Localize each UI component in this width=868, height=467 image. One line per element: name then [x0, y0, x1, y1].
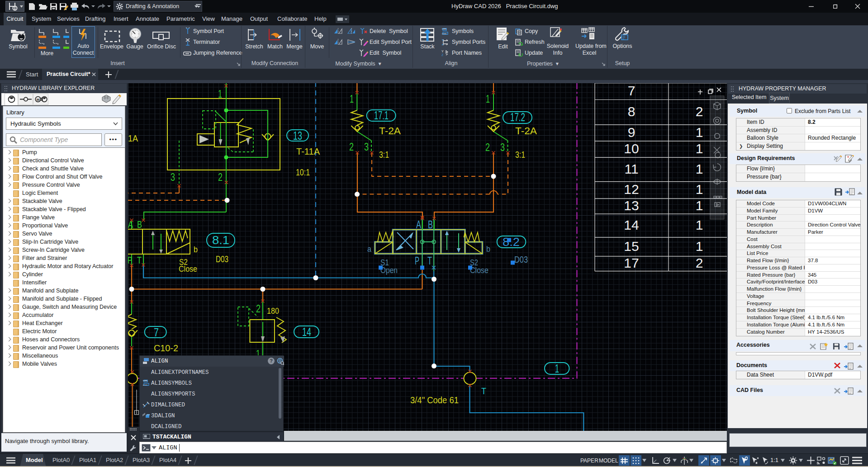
svg-text:3:1: 3:1 — [379, 149, 389, 160]
svg-text:A: A — [416, 218, 421, 231]
svg-text:Open: Open — [380, 266, 398, 275]
svg-text:2: 2 — [485, 142, 490, 153]
svg-text:D03: D03 — [514, 255, 528, 264]
svg-text:3: 3 — [500, 142, 505, 153]
svg-text:9: 9 — [628, 125, 636, 140]
svg-text:3:1: 3:1 — [515, 149, 525, 160]
svg-text:10: 10 — [624, 141, 639, 156]
svg-text:B: B — [137, 219, 142, 230]
svg-text:1: 1 — [218, 88, 222, 100]
svg-text:17: 17 — [624, 255, 639, 270]
svg-text:Close: Close — [179, 264, 197, 274]
svg-text:8.1: 8.1 — [212, 234, 229, 246]
svg-text:B: B — [428, 218, 433, 231]
svg-text:8: 8 — [628, 104, 636, 119]
svg-text:T: T — [481, 386, 486, 396]
svg-text:b: b — [194, 245, 198, 254]
svg-text:T-11A: T-11A — [296, 146, 320, 156]
svg-text:Y: Y — [441, 50, 444, 53]
svg-text:2: 2 — [218, 171, 223, 183]
svg-text:1: 1 — [696, 217, 703, 232]
svg-text:1: 1 — [696, 161, 703, 176]
svg-text:3: 3 — [364, 141, 369, 153]
svg-text:1: 1 — [696, 182, 703, 197]
svg-text:1: 1 — [350, 93, 354, 105]
svg-text:1A: 1A — [128, 133, 138, 143]
svg-text:14: 14 — [302, 325, 311, 338]
svg-text:7: 7 — [628, 83, 636, 98]
svg-text:1: 1 — [696, 198, 703, 213]
svg-text:Close: Close — [470, 266, 489, 275]
svg-text:12: 12 — [624, 182, 639, 197]
svg-text:2: 2 — [696, 255, 703, 270]
svg-text:M: M — [37, 98, 40, 102]
svg-text:Z: Z — [441, 53, 444, 57]
svg-text:T-2A: T-2A — [379, 125, 401, 137]
svg-text:2: 2 — [696, 104, 703, 119]
svg-text:a: a — [367, 245, 372, 254]
svg-text:14: 14 — [624, 217, 639, 232]
svg-text:b: b — [486, 245, 490, 254]
svg-text:1: 1 — [486, 93, 490, 105]
svg-text:17.2: 17.2 — [510, 111, 525, 123]
svg-text:1: 1 — [696, 239, 703, 254]
svg-text:2: 2 — [349, 141, 354, 153]
svg-text:3/4" Code 61: 3/4" Code 61 — [410, 395, 459, 405]
svg-text:11: 11 — [624, 161, 638, 176]
svg-text:T-2A: T-2A — [515, 125, 537, 137]
svg-text:1: 1 — [696, 125, 703, 140]
svg-text:P: P — [415, 255, 419, 267]
svg-text:T: T — [427, 255, 432, 267]
svg-text:180: 180 — [267, 306, 279, 316]
svg-text:1: 1 — [696, 141, 703, 156]
svg-text:7: 7 — [154, 326, 159, 339]
svg-text:D03: D03 — [216, 254, 228, 264]
svg-text:2: 2 — [256, 303, 261, 315]
svg-text:13: 13 — [624, 198, 639, 213]
svg-text:15: 15 — [624, 239, 639, 254]
svg-text:10:1: 10:1 — [296, 167, 310, 177]
svg-text:13: 13 — [293, 129, 302, 142]
svg-text:T: T — [137, 255, 142, 266]
svg-text:17.1: 17.1 — [374, 109, 389, 122]
svg-text:3: 3 — [171, 171, 175, 183]
svg-text:1: 1 — [555, 362, 559, 375]
svg-text:C10-2: C10-2 — [154, 343, 178, 353]
